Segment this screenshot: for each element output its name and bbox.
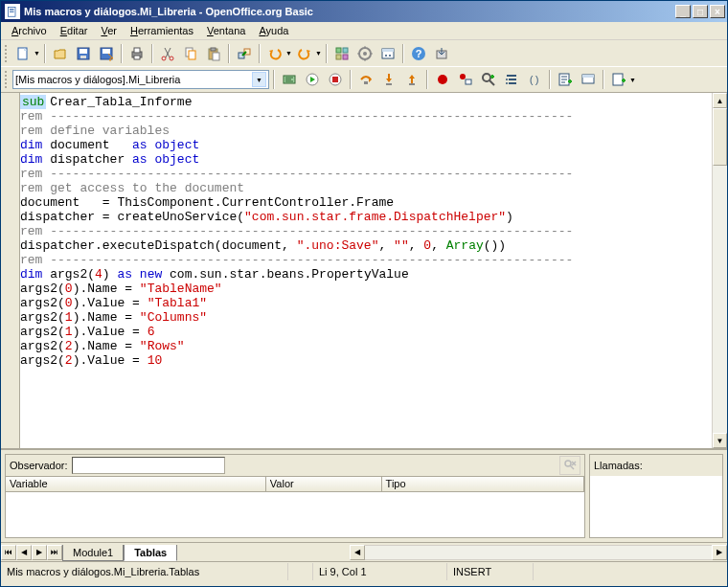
- combo-dropdown-button[interactable]: ▼: [252, 72, 266, 87]
- redo-button[interactable]: [294, 43, 315, 64]
- step-out-button[interactable]: [401, 69, 422, 90]
- watch-col-tipo[interactable]: Tipo: [382, 477, 584, 491]
- add-watch-button[interactable]: [478, 69, 499, 90]
- remove-watch-button[interactable]: [559, 456, 580, 475]
- run-button[interactable]: [302, 69, 323, 90]
- vertical-scrollbar[interactable]: ▲ ▼: [712, 93, 727, 448]
- macro-toolbar: [Mis macros y diálogos].Mi_Libreria ▼ ( …: [1, 66, 727, 92]
- scroll-thumb[interactable]: [713, 108, 727, 166]
- scroll-up-button[interactable]: ▲: [713, 93, 727, 108]
- step-over-button[interactable]: [355, 69, 376, 90]
- tab-module1[interactable]: Module1: [62, 545, 124, 561]
- paste-button[interactable]: [203, 43, 224, 64]
- menu-herramientas[interactable]: Herramientas: [124, 23, 200, 38]
- svg-rect-23: [343, 48, 348, 53]
- new-button[interactable]: [12, 43, 34, 64]
- help-button[interactable]: ?: [408, 43, 429, 64]
- svg-point-47: [506, 82, 508, 84]
- maximize-button[interactable]: □: [693, 5, 708, 18]
- manage-breakpoints-button[interactable]: [455, 69, 476, 90]
- export-dialog-button[interactable]: [431, 43, 452, 64]
- save-as-button[interactable]: [96, 43, 117, 64]
- status-spacer-2: [534, 563, 727, 580]
- copy-button[interactable]: [180, 43, 201, 64]
- tab-tablas[interactable]: Tablas: [124, 545, 177, 561]
- svg-text:( ): ( ): [530, 75, 538, 85]
- svg-point-42: [438, 75, 447, 84]
- horizontal-scrollbar[interactable]: ◀ ▶: [350, 545, 727, 560]
- watch-panel: Observador: VariableValorTipo: [5, 454, 585, 538]
- window-title: Mis macros y diálogos.Mi_Libreria - Open…: [24, 6, 675, 17]
- undo-dropdown[interactable]: ▼: [285, 50, 292, 56]
- calls-label: Llamadas:: [594, 460, 643, 471]
- watch-label: Observador:: [10, 460, 68, 471]
- minimize-button[interactable]: _: [675, 5, 691, 18]
- tab-prev-button[interactable]: ◀: [16, 545, 32, 560]
- svg-rect-38: [332, 77, 338, 82]
- hscroll-right-button[interactable]: ▶: [712, 545, 727, 560]
- svg-point-27: [363, 52, 367, 56]
- svg-rect-12: [134, 56, 140, 59]
- breakpoint-toggle-button[interactable]: [432, 69, 453, 90]
- module-tabstrip: ⏮ ◀ ▶ ⏭ Module1Tablas ◀ ▶: [1, 542, 727, 561]
- object-catalog-button[interactable]: [331, 43, 353, 64]
- macros-button[interactable]: [354, 43, 375, 64]
- svg-rect-3: [10, 11, 14, 12]
- hscroll-left-button[interactable]: ◀: [350, 545, 365, 560]
- watch-input[interactable]: [72, 457, 225, 474]
- undo-button[interactable]: [264, 43, 285, 64]
- svg-rect-2: [10, 11, 14, 11]
- svg-rect-40: [386, 83, 392, 85]
- calls-panel: Llamadas:: [589, 454, 723, 538]
- menu-ventana[interactable]: Ventana: [200, 23, 252, 38]
- titlebar: Mis macros y diálogos.Mi_Libreria - Open…: [1, 1, 727, 22]
- menu-editar[interactable]: Editar: [54, 23, 95, 38]
- svg-rect-22: [336, 48, 341, 53]
- library-combo[interactable]: [Mis macros y diálogos].Mi_Libreria ▼: [12, 70, 269, 89]
- toolbar-overflow[interactable]: ▼: [629, 77, 636, 83]
- select-module-button[interactable]: [555, 69, 576, 90]
- close-button[interactable]: ×: [710, 5, 725, 18]
- svg-rect-41: [409, 83, 415, 85]
- bottom-panel: Observador: VariableValorTipo Llamadas:: [1, 448, 727, 542]
- svg-rect-6: [80, 49, 87, 54]
- code-editor-wrap: subsub Crear_Tabla_Informerem ----------…: [1, 92, 727, 448]
- tab-next-button[interactable]: ▶: [32, 545, 47, 560]
- object-catalog-button-2[interactable]: [501, 69, 522, 90]
- compile-button[interactable]: [279, 69, 300, 90]
- watch-col-variable[interactable]: Variable: [6, 477, 266, 491]
- scroll-down-button[interactable]: ▼: [713, 433, 727, 448]
- save-button[interactable]: [73, 43, 94, 64]
- menu-archivo[interactable]: Archivo: [5, 23, 54, 38]
- menubar: ArchivoEditarVerHerramientasVentanaAyuda: [1, 22, 727, 40]
- tab-first-button[interactable]: ⏮: [1, 545, 16, 560]
- step-into-button[interactable]: [378, 69, 399, 90]
- print-button[interactable]: [126, 43, 148, 64]
- macros-dialog-button[interactable]: ( ): [524, 69, 545, 90]
- open-button[interactable]: [50, 43, 71, 64]
- menu-ver[interactable]: Ver: [94, 23, 124, 38]
- toolbar-grip[interactable]: [5, 45, 9, 62]
- svg-rect-7: [80, 56, 86, 58]
- stop-button[interactable]: [325, 69, 346, 90]
- new-dropdown[interactable]: ▼: [34, 50, 40, 56]
- redo-dropdown[interactable]: ▼: [315, 50, 322, 56]
- tab-last-button[interactable]: ⏭: [47, 545, 62, 560]
- status-mode[interactable]: INSERT: [447, 563, 534, 580]
- code-editor[interactable]: subsub Crear_Tabla_Informerem ----------…: [20, 93, 712, 448]
- modules-button[interactable]: [377, 43, 398, 64]
- cut-button[interactable]: [157, 43, 178, 64]
- import-dialog-button[interactable]: [608, 69, 629, 90]
- svg-point-43: [460, 74, 466, 79]
- select-dialog-button[interactable]: [578, 69, 599, 90]
- svg-rect-39: [364, 81, 368, 84]
- watch-list[interactable]: [6, 492, 584, 537]
- watch-col-valor[interactable]: Valor: [266, 477, 382, 491]
- svg-rect-24: [336, 55, 341, 59]
- toolbar-grip[interactable]: [5, 71, 9, 88]
- calls-list[interactable]: [590, 476, 722, 537]
- find-replace-button[interactable]: [234, 43, 255, 64]
- menu-ayuda[interactable]: Ayuda: [252, 23, 295, 38]
- svg-text:?: ?: [416, 48, 422, 59]
- gutter[interactable]: [1, 93, 20, 448]
